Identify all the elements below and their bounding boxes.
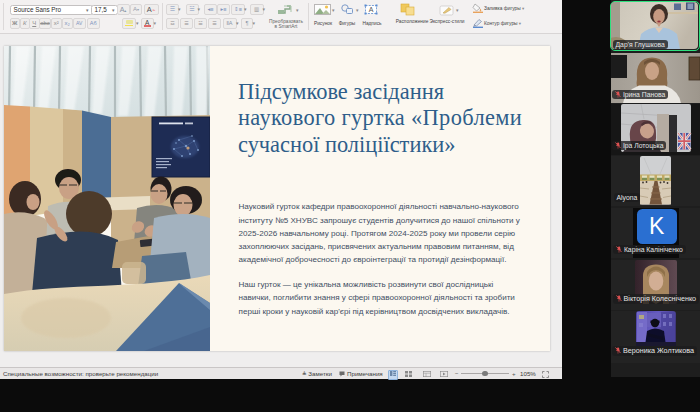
svg-text:A: A	[369, 6, 374, 13]
